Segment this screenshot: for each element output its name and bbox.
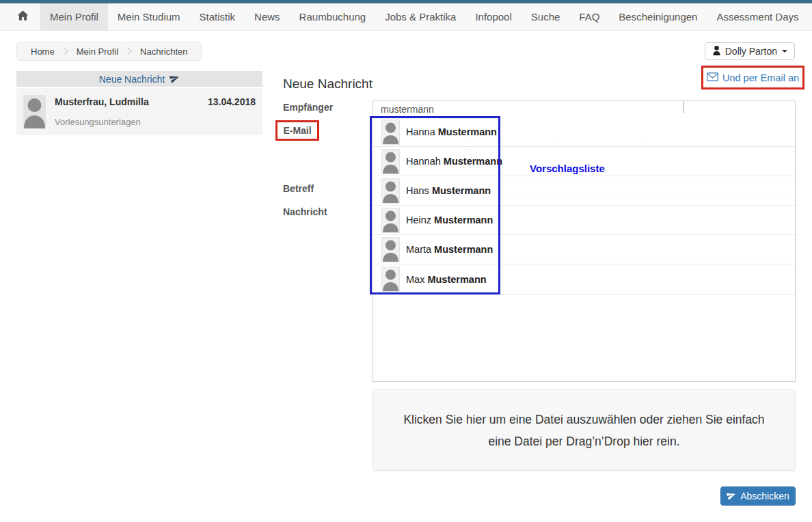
new-message-button[interactable]: Neue Nachricht <box>16 71 262 87</box>
subject-label: Betreff <box>283 183 314 194</box>
user-menu-button[interactable]: Dolly Parton <box>705 42 795 60</box>
recipient-suggestion-list: Hanna Mustermann Hannah Mustermann Hans … <box>373 118 796 294</box>
nav-item-faq[interactable]: FAQ <box>569 3 609 30</box>
nav-item-infopool[interactable]: Infopool <box>465 3 521 30</box>
nav-item-bescheinigungen[interactable]: Bescheinigungen <box>609 3 707 30</box>
email-label: E-Mail <box>283 125 311 136</box>
home-icon <box>16 9 29 25</box>
file-dropzone[interactable]: Klicken Sie hier um eine Datei auszuwähl… <box>373 389 796 471</box>
send-button[interactable]: Abschicken <box>720 486 796 506</box>
avatar <box>381 149 400 174</box>
nav-item-jobs-praktika[interactable]: Jobs & Praktika <box>375 3 465 30</box>
paper-plane-icon <box>727 491 740 502</box>
user-icon <box>712 45 725 58</box>
nav-item-assessment-days[interactable]: Assessment Days <box>707 3 808 30</box>
paper-plane-icon <box>165 73 180 85</box>
breadcrumb: Home Mein Profil Nachrichten <box>16 42 202 61</box>
envelope-icon <box>707 72 722 83</box>
avatar <box>23 95 46 128</box>
suggestion-name: Hannah Mustermann <box>406 156 502 167</box>
suggestion-name: Marta Mustermann <box>406 244 493 255</box>
suggestion-name: Heinz Mustermann <box>406 215 493 225</box>
suggestion-name: Max Mustermann <box>406 274 487 285</box>
avatar <box>381 237 400 262</box>
home-nav-button[interactable] <box>0 3 40 30</box>
breadcrumb-mein-profil[interactable]: Mein Profil <box>72 46 122 57</box>
suggestion-item[interactable]: Hanna Mustermann <box>373 118 795 147</box>
suggestion-item[interactable]: Marta Mustermann <box>373 235 795 264</box>
suggestion-item[interactable]: Heinz Mustermann <box>373 206 795 235</box>
file-dropzone-text: Klicken Sie hier um eine Datei auszuwähl… <box>393 409 776 452</box>
send-button-label: Abschicken <box>740 491 789 502</box>
message-list-item[interactable]: Musterfrau, Ludmilla 13.04.2018 Vorlesun… <box>16 88 262 135</box>
chevron-right-icon <box>60 47 68 55</box>
messages-sidebar: Neue Nachricht Musterfrau, Ludmilla 13.0… <box>16 71 262 135</box>
nav-item-suche[interactable]: Suche <box>522 3 570 30</box>
avatar <box>381 178 400 204</box>
suggestion-list-annotation: Vorschlagsliste <box>530 163 605 174</box>
chevron-right-icon <box>124 47 131 55</box>
nav-item-mein-profil[interactable]: Mein Profil <box>40 3 108 30</box>
avatar <box>381 208 400 233</box>
page-title: Neue Nachricht <box>283 77 373 92</box>
send-per-email-link[interactable]: Und per Email an <box>707 72 799 83</box>
breadcrumb-nachrichten[interactable]: Nachrichten <box>136 46 191 57</box>
suggestion-name: Hanna Mustermann <box>406 126 497 137</box>
user-menu-label: Dolly Parton <box>725 46 777 57</box>
suggestion-name: Hans Mustermann <box>406 185 491 196</box>
message-date: 13.04.2018 <box>208 96 256 107</box>
new-message-button-label: Neue Nachricht <box>99 74 165 85</box>
message-sender: Musterfrau, Ludmilla <box>55 96 149 107</box>
main-nav: Mein Profil Mein Studium Statistik News … <box>0 3 812 31</box>
avatar <box>381 266 400 292</box>
red-annotation-box-email-option: Und per Email an <box>701 66 804 90</box>
nav-item-mein-studium[interactable]: Mein Studium <box>108 3 190 30</box>
red-annotation-box-email-label: E-Mail <box>275 120 319 141</box>
suggestion-item[interactable]: Max Mustermann <box>373 264 795 294</box>
recipient-input[interactable] <box>373 100 796 118</box>
message-subject: Vorlesungsunterlagen <box>55 117 141 127</box>
caret-down-icon <box>782 50 787 53</box>
avatar <box>381 120 400 145</box>
message-label: Nachricht <box>283 206 327 217</box>
page: Mein Profil Mein Studium Statistik News … <box>0 0 812 522</box>
nav-item-news[interactable]: News <box>245 3 290 30</box>
nav-item-statistik[interactable]: Statistik <box>190 3 245 30</box>
recipient-label: Empfänger <box>283 102 333 113</box>
suggestion-item[interactable]: Hans Mustermann <box>373 176 795 206</box>
breadcrumb-home[interactable]: Home <box>27 46 59 57</box>
nav-item-raumbuchung[interactable]: Raumbuchung <box>290 3 376 30</box>
send-per-email-label: Und per Email an <box>722 72 799 83</box>
text-cursor <box>684 101 684 113</box>
